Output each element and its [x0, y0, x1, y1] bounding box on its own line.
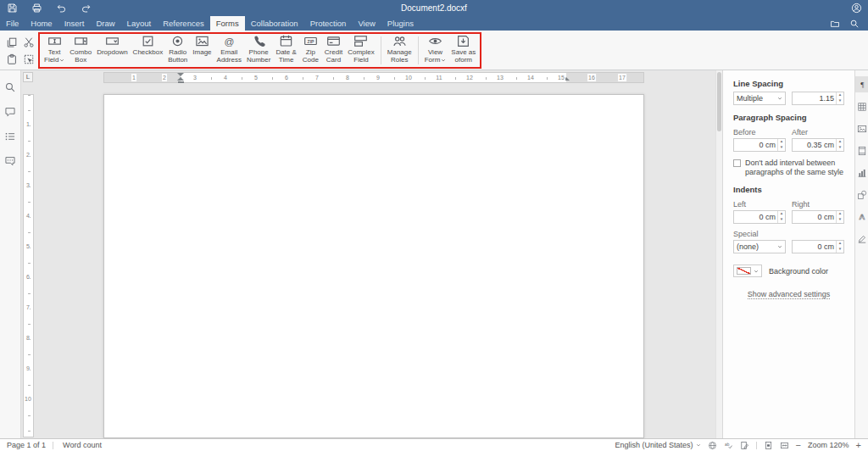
spin-down-button[interactable]: ▼	[778, 145, 785, 151]
date-time-icon	[279, 34, 293, 48]
indent-right-input[interactable]: 0 cm ▲▼	[792, 210, 844, 224]
user-account-button[interactable]	[850, 3, 862, 14]
left-indent-square-marker[interactable]	[178, 81, 184, 83]
cut-button[interactable]	[21, 35, 36, 49]
show-advanced-settings-link[interactable]: Show advanced settings	[748, 290, 831, 299]
date-time-button[interactable]: Date &Time	[273, 32, 298, 69]
search-button-top[interactable]	[849, 18, 860, 30]
tab-file[interactable]: File	[0, 16, 25, 31]
paste-button[interactable]	[4, 52, 19, 66]
dropdown-button[interactable]: Dropdown	[94, 32, 130, 69]
spacing-before-input[interactable]: 0 cm ▲▼	[733, 138, 786, 152]
zoom-out-button[interactable]: −	[796, 441, 801, 450]
special-indent-select[interactable]: (none)	[733, 240, 786, 253]
button-label: Code	[303, 56, 319, 64]
comments-button[interactable]	[3, 105, 17, 119]
table-settings-tab[interactable]	[855, 98, 868, 114]
view-form-button[interactable]: ViewForm	[422, 32, 449, 69]
spin-up-button[interactable]: ▲	[778, 139, 785, 145]
copy-button[interactable]	[4, 35, 19, 49]
caret-icon	[754, 269, 759, 274]
undo-button[interactable]	[55, 3, 67, 14]
page-number-indicator[interactable]: Page 1 of 1	[7, 441, 46, 449]
tab-collaboration[interactable]: Collaboration	[245, 16, 304, 31]
search-button[interactable]	[3, 81, 17, 94]
background-color-button[interactable]	[733, 264, 762, 277]
vertical-scrollbar[interactable]	[715, 70, 722, 438]
line-spacing-value-input[interactable]: 1.15 ▲▼	[792, 92, 844, 105]
indent-left-input[interactable]: 0 cm ▲▼	[733, 210, 786, 224]
feedback-icon	[4, 155, 16, 167]
set-document-language-button[interactable]	[708, 441, 717, 450]
tab-references[interactable]: References	[157, 16, 210, 31]
left-indent-marker[interactable]	[177, 77, 184, 81]
vertical-ruler[interactable]: 12345678910	[23, 84, 34, 438]
spacing-after-input[interactable]: 0.35 cm ▲▼	[792, 138, 844, 152]
spin-up-button[interactable]: ▲	[837, 92, 843, 98]
spin-down-button[interactable]: ▼	[837, 247, 843, 253]
tab-insert[interactable]: Insert	[58, 16, 91, 31]
redo-button[interactable]	[80, 3, 92, 14]
spell-check-button[interactable]: ab	[724, 441, 733, 450]
image-button[interactable]: Image	[190, 32, 214, 69]
special-indent-value-input[interactable]: 0 cm ▲▼	[792, 240, 844, 253]
text-art-settings-tab[interactable]: A	[855, 209, 868, 225]
spin-up-button[interactable]: ▲	[837, 241, 843, 247]
spin-up-button[interactable]: ▲	[778, 211, 785, 217]
text-field-button[interactable]: TextField	[42, 32, 67, 69]
first-line-indent-marker[interactable]	[177, 73, 184, 76]
tab-forms[interactable]: Forms	[210, 16, 245, 31]
shape-settings-tab[interactable]	[855, 187, 868, 203]
tab-home[interactable]: Home	[25, 16, 58, 31]
save-as-oform-button[interactable]: Save asoform	[448, 32, 478, 69]
spin-down-button[interactable]: ▼	[778, 217, 785, 223]
spin-down-button[interactable]: ▼	[837, 98, 843, 104]
zip-code-button[interactable]: ZIPZipCode	[299, 32, 322, 69]
radio-button-button[interactable]: RadioButton	[165, 32, 190, 69]
tab-draw[interactable]: Draw	[90, 16, 120, 31]
fit-width-button[interactable]	[780, 441, 789, 450]
tab-bar-right	[821, 16, 868, 31]
fit-page-button[interactable]	[764, 441, 773, 450]
document-page[interactable]	[103, 94, 644, 438]
select-all-button[interactable]	[21, 52, 36, 66]
language-selector[interactable]: English (United States)	[615, 441, 701, 449]
header-footer-settings-tab[interactable]	[855, 142, 868, 159]
line-spacing-select[interactable]: Multiple	[733, 92, 786, 105]
email-address-button[interactable]: @EmailAddress	[214, 32, 244, 69]
manage-roles-button[interactable]: ManageRoles	[385, 32, 415, 69]
spin-down-button[interactable]: ▼	[837, 145, 843, 151]
credit-card-button[interactable]: CreditCard	[322, 32, 345, 69]
spin-down-button[interactable]: ▼	[837, 217, 843, 223]
save-icon	[7, 3, 18, 14]
zoom-in-button[interactable]: +	[856, 441, 861, 450]
spin-up-button[interactable]: ▲	[837, 139, 843, 145]
phone-number-button[interactable]: PhoneNumber	[244, 32, 273, 69]
tab-view[interactable]: View	[352, 16, 381, 31]
checkbox-button[interactable]: Checkbox	[131, 32, 166, 69]
button-label: Image	[192, 48, 211, 56]
chart-settings-tab[interactable]	[855, 164, 868, 181]
tab-plugins[interactable]: Plugins	[381, 16, 420, 31]
tab-protection[interactable]: Protection	[304, 16, 353, 31]
signature-settings-tab[interactable]	[855, 231, 868, 247]
combo-box-button[interactable]: ComboBox	[67, 32, 94, 69]
scrollbar-thumb[interactable]	[717, 72, 721, 131]
zoom-level[interactable]: Zoom 120%	[808, 441, 849, 449]
button-label: Card	[326, 56, 341, 64]
word-count-button[interactable]: Word count	[60, 441, 102, 449]
paragraph-settings-tab[interactable]: ¶	[855, 76, 868, 92]
horizontal-ruler[interactable]: 1234567891011121314151617	[21, 72, 715, 83]
open-file-location-button[interactable]	[829, 18, 841, 30]
feedback-button[interactable]	[3, 154, 17, 168]
save-button[interactable]	[6, 3, 18, 14]
tab-layout[interactable]: Layout	[121, 16, 158, 31]
combo-box-icon	[74, 34, 88, 48]
track-changes-button[interactable]	[740, 441, 749, 450]
print-button[interactable]	[31, 3, 42, 14]
spin-up-button[interactable]: ▲	[837, 211, 843, 217]
complex-field-button[interactable]: ComplexField	[345, 32, 377, 69]
image-settings-tab[interactable]	[855, 120, 868, 136]
no-interval-checkbox[interactable]: Don't add interval between paragraphs of…	[733, 159, 844, 177]
navigation-button[interactable]	[3, 130, 17, 143]
